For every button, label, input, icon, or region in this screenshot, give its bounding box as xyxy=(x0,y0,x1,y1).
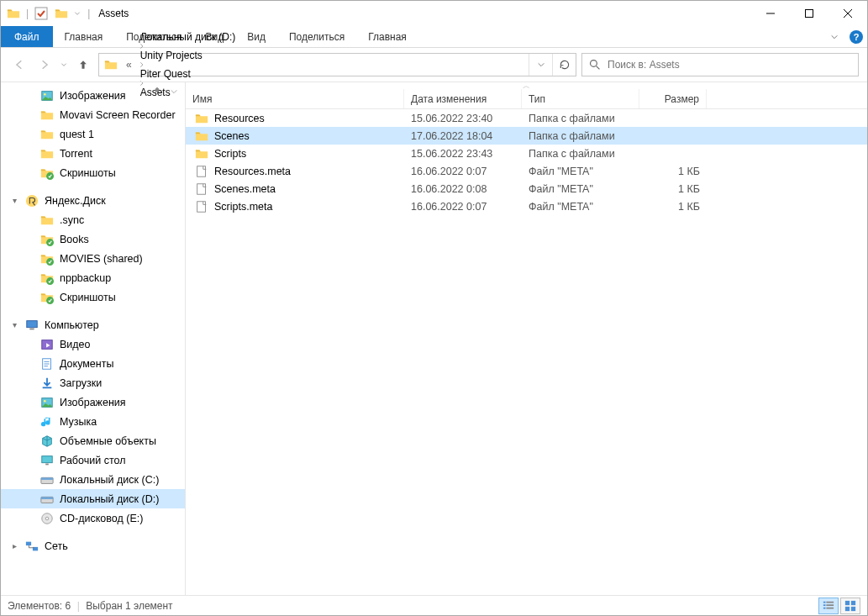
tree-yandex-disk[interactable]: ▾ Яндекс.Диск xyxy=(1,191,185,210)
tree-label: Скриншоты xyxy=(60,167,116,179)
history-dropdown[interactable] xyxy=(60,55,68,75)
file-date: 15.06.2022 23:43 xyxy=(404,148,522,160)
tree-computer[interactable]: ▾ Компьютер xyxy=(1,315,185,334)
breadcrumb-root-chevron[interactable]: « xyxy=(123,54,135,76)
file-row[interactable]: Scenes.meta16.06.2022 0:08Файл "META"1 К… xyxy=(186,180,867,197)
view-large-button[interactable] xyxy=(840,598,860,614)
breadcrumb-chevron-icon[interactable] xyxy=(135,61,241,68)
column-date[interactable]: Дата изменения xyxy=(404,89,522,108)
tree-item[interactable]: CD-дисковод (E:) xyxy=(1,508,185,528)
tree-item[interactable]: quest 1 xyxy=(1,124,185,144)
tree-item[interactable]: Рабочий стол xyxy=(1,450,185,470)
address-folder-icon xyxy=(99,58,123,71)
tree-label: Компьютер xyxy=(45,319,99,331)
file-name: Resources.meta xyxy=(214,166,291,177)
ribbon-tab[interactable]: Вид xyxy=(235,26,277,47)
search-box[interactable] xyxy=(581,53,859,76)
tree-item[interactable]: MOVIES (shared) xyxy=(1,249,185,268)
tree-item[interactable]: Скриншоты xyxy=(1,287,185,307)
file-name: Resources xyxy=(214,113,265,124)
column-type[interactable]: Тип xyxy=(522,89,639,108)
file-size: 1 КБ xyxy=(639,183,707,195)
tree-item[interactable]: Видео xyxy=(1,334,185,354)
status-bar: Элементов: 6 | Выбран 1 элемент xyxy=(1,595,867,615)
file-row[interactable]: Resources.meta16.06.2022 0:07Файл "META"… xyxy=(186,162,867,180)
file-row[interactable]: Resources15.06.2022 23:40Папка с файлами xyxy=(186,109,867,127)
breadcrumb-chevron-icon[interactable] xyxy=(135,43,241,50)
ribbon-tab[interactable]: Главная xyxy=(53,26,115,47)
column-name[interactable]: Имя xyxy=(186,89,404,108)
tree-label: nppbackup xyxy=(60,272,111,284)
help-button[interactable]: ? xyxy=(845,26,867,47)
tree-item[interactable]: Изображения xyxy=(1,392,185,412)
qat-dropdown-icon[interactable] xyxy=(74,8,82,19)
expand-icon[interactable]: ▾ xyxy=(9,196,19,205)
close-button[interactable] xyxy=(829,1,867,26)
ribbon-collapse-button[interactable] xyxy=(823,26,845,47)
qat-folder-icon[interactable] xyxy=(54,6,69,21)
tree-label: Рабочий стол xyxy=(60,455,125,466)
breadcrumb-segment[interactable]: Unity Projects xyxy=(135,50,241,61)
minimize-button[interactable] xyxy=(751,1,790,26)
maximize-button[interactable] xyxy=(790,1,829,26)
tree-label: Сеть xyxy=(45,540,68,552)
breadcrumb-segment[interactable]: Piter Quest xyxy=(135,68,241,80)
ribbon-tab[interactable]: Главная xyxy=(356,26,418,47)
tree-item[interactable]: Books xyxy=(1,229,185,249)
tree-label: Изображения xyxy=(60,90,126,102)
tree-item[interactable]: Документы xyxy=(1,354,185,373)
status-count: Элементов: 6 xyxy=(8,600,71,612)
address-dropdown[interactable] xyxy=(529,54,552,76)
computer-icon xyxy=(24,318,39,333)
ribbon-tab[interactable]: Поделиться xyxy=(277,26,356,47)
file-row[interactable]: Scripts15.06.2022 23:43Папка с файлами xyxy=(186,145,867,162)
yandex-disk-icon xyxy=(24,193,39,208)
qat-properties-icon[interactable] xyxy=(34,6,49,21)
refresh-button[interactable] xyxy=(552,54,576,76)
tree-item[interactable]: Movavi Screen Recorder xyxy=(1,105,185,124)
tree-label: Books xyxy=(60,234,89,245)
view-details-button[interactable] xyxy=(818,598,839,614)
expand-icon[interactable]: ▸ xyxy=(9,541,19,550)
tree-label: Movavi Screen Recorder xyxy=(60,109,176,121)
ribbon-file-tab[interactable]: Файл xyxy=(1,26,53,47)
address-bar[interactable]: « Локальный диск (D:)Unity ProjectsPiter… xyxy=(98,53,576,76)
title-bar: | | Assets xyxy=(1,1,867,26)
navigation-tree[interactable]: ИзображенияMovavi Screen Recorderquest 1… xyxy=(1,82,186,595)
qat-separator: | xyxy=(26,8,29,19)
tree-label: .sync xyxy=(60,214,84,226)
tree-item[interactable]: Объемные объекты xyxy=(1,431,185,450)
tree-item[interactable]: Скриншоты xyxy=(1,163,185,182)
tree-item[interactable]: Локальный диск (D:) xyxy=(1,489,185,508)
file-type: Папка с файлами xyxy=(522,148,639,160)
file-row[interactable]: Scripts.meta16.06.2022 0:07Файл "META"1 … xyxy=(186,197,867,215)
folder-sync-icon xyxy=(39,290,55,305)
expand-icon[interactable]: ▾ xyxy=(9,320,19,329)
tree-network[interactable]: ▸ Сеть xyxy=(1,536,185,555)
up-button[interactable] xyxy=(73,55,93,75)
file-list[interactable]: Resources15.06.2022 23:40Папка с файлами… xyxy=(186,109,867,595)
forward-button[interactable] xyxy=(34,55,55,75)
file-type: Папка с файлами xyxy=(522,113,639,124)
tree-label: Загрузки xyxy=(60,377,102,389)
folder-icon xyxy=(194,111,209,126)
tree-item[interactable]: .sync xyxy=(1,210,185,229)
tree-label: quest 1 xyxy=(60,129,94,140)
tree-item[interactable]: Музыка xyxy=(1,412,185,431)
tree-chevron-icon[interactable] xyxy=(166,84,181,99)
folder-icon xyxy=(39,127,55,142)
tree-pin-icon[interactable] xyxy=(150,84,165,99)
tree-item[interactable]: Torrent xyxy=(1,144,185,163)
file-row[interactable]: Scenes17.06.2022 18:04Папка с файлами xyxy=(186,127,867,145)
grip-icon: ︿ xyxy=(514,84,539,87)
drive-icon xyxy=(39,492,55,507)
column-size[interactable]: Размер xyxy=(639,89,707,108)
tree-item[interactable]: nppbackup xyxy=(1,268,185,287)
tree-item[interactable]: Загрузки xyxy=(1,373,185,392)
back-button[interactable] xyxy=(9,55,29,75)
tree-item[interactable]: Локальный диск (C:) xyxy=(1,470,185,489)
breadcrumb-segment[interactable]: Локальный диск (D:) xyxy=(135,31,241,43)
tree-label: Скриншоты xyxy=(60,292,116,303)
file-date: 15.06.2022 23:40 xyxy=(404,113,522,124)
search-input[interactable] xyxy=(608,59,858,71)
